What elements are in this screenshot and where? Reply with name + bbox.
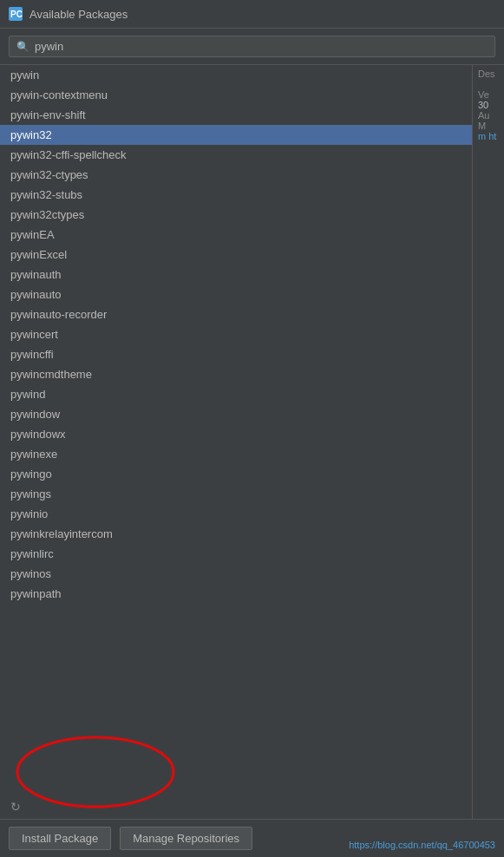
version-value: 30: [478, 100, 499, 110]
list-item[interactable]: pywinlirc: [0, 544, 472, 564]
list-item[interactable]: pywinauto-recorder: [0, 304, 472, 324]
action-bar: Install Package Manage Repositories: [0, 819, 504, 857]
list-item[interactable]: pywindowx: [0, 424, 472, 444]
title-bar: PC Available Packages: [0, 0, 504, 29]
window-title: Available Packages: [29, 8, 128, 21]
install-button[interactable]: Install Package: [9, 827, 111, 850]
list-item[interactable]: pywinkrelayintercom: [0, 524, 472, 544]
right-panel: Des Ve 30 Au M m ht: [473, 65, 504, 819]
app-icon: PC: [9, 7, 23, 21]
list-item[interactable]: pywincert: [0, 324, 472, 344]
list-item[interactable]: pywincffi: [0, 344, 472, 364]
list-item[interactable]: pywinauth: [0, 265, 472, 285]
list-item[interactable]: pywin32-ctypes: [0, 165, 472, 185]
refresh-icon[interactable]: ↻: [10, 800, 21, 814]
author-label: Au: [478, 110, 499, 121]
list-item[interactable]: pywin-env-shift: [0, 105, 472, 125]
list-item[interactable]: pywinpath: [0, 584, 472, 604]
search-input[interactable]: [35, 40, 488, 53]
list-item[interactable]: pywinio: [0, 504, 472, 524]
list-item[interactable]: pywings: [0, 484, 472, 504]
list-item[interactable]: pywincmdtheme: [0, 364, 472, 384]
list-item[interactable]: pywinauto: [0, 285, 472, 304]
version-label: Ve: [478, 89, 499, 100]
svg-text:PC: PC: [10, 10, 23, 19]
search-icon: 🔍: [16, 41, 29, 53]
package-list: pywinpywin-contextmenupywin-env-shiftpyw…: [0, 65, 472, 795]
list-item[interactable]: pywingo: [0, 464, 472, 484]
list-item[interactable]: pywin32: [0, 125, 472, 145]
list-item[interactable]: pywinexe: [0, 444, 472, 464]
list-item[interactable]: pywindow: [0, 404, 472, 424]
content-area: pywinpywin-contextmenupywin-env-shiftpyw…: [0, 64, 504, 819]
list-item[interactable]: pywind: [0, 384, 472, 404]
list-item[interactable]: pywin32-cffi-spellcheck: [0, 145, 472, 165]
list-item[interactable]: pywin-contextmenu: [0, 85, 472, 105]
footer-link: https://blog.csdn.net/qq_46700453: [349, 840, 495, 850]
list-item[interactable]: pywin32ctypes: [0, 205, 472, 225]
list-item[interactable]: pywinEA: [0, 225, 472, 245]
list-item[interactable]: pywinExcel: [0, 245, 472, 265]
bottom-row: ↻: [0, 795, 472, 819]
list-item[interactable]: pywinos: [0, 564, 472, 584]
left-panel: pywinpywin-contextmenupywin-env-shiftpyw…: [0, 65, 473, 819]
description-header: Des: [478, 69, 499, 79]
window-container: PC Available Packages 🔍 pywinpywin-conte…: [0, 0, 504, 857]
search-bar: 🔍: [9, 36, 495, 57]
list-item[interactable]: pywin: [0, 65, 472, 85]
list-item[interactable]: pywin32-stubs: [0, 185, 472, 205]
more-label: M: [478, 121, 499, 131]
manage-repositories-button[interactable]: Manage Repositories: [120, 827, 252, 850]
package-link: m ht: [478, 131, 499, 141]
